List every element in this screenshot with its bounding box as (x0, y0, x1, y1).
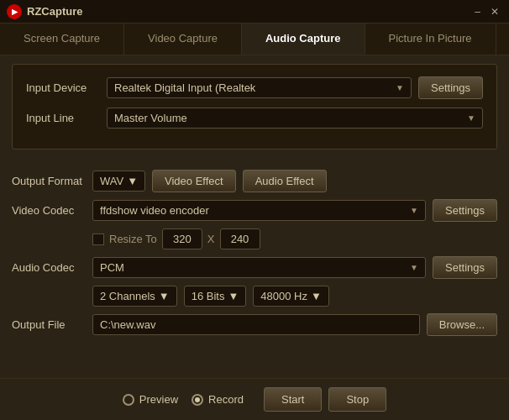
video-codec-select[interactable]: ffdshow video encoder ▼ (92, 200, 426, 221)
input-line-row: Input Line Master Volume ▼ (26, 108, 483, 129)
hz-arrow-icon: ▼ (311, 290, 322, 302)
minimize-button[interactable]: – (471, 6, 484, 18)
preview-radio-label: Preview (139, 393, 178, 406)
video-codec-row: Video Codec ffdshow video encoder ▼ Sett… (12, 199, 497, 222)
bits-select[interactable]: 16 Bits ▼ (184, 286, 247, 307)
app-title: RZCapture (27, 5, 82, 18)
bottom-bar: Preview Record Start Stop (0, 378, 509, 420)
video-codec-settings-button[interactable]: Settings (433, 199, 497, 222)
preview-radio[interactable]: Preview (123, 393, 178, 406)
channels-arrow-icon: ▼ (159, 290, 170, 302)
output-file-label: Output File (12, 318, 86, 331)
output-format-arrow-icon: ▼ (127, 175, 138, 187)
input-device-settings-button[interactable]: Settings (418, 76, 483, 99)
output-format-label: Output Format (12, 175, 86, 187)
browse-button[interactable]: Browse... (427, 313, 497, 336)
hz-select[interactable]: 48000 Hz ▼ (253, 286, 329, 307)
output-file-input[interactable]: C:\new.wav (92, 314, 420, 335)
resize-width[interactable]: 320 (162, 228, 202, 249)
tab-screen-capture[interactable]: Screen Capture (0, 24, 124, 55)
title-left: ▶ RZCapture (7, 4, 82, 19)
title-bar: ▶ RZCapture – ✕ (0, 0, 509, 24)
audio-codec-arrow-icon: ▼ (410, 263, 418, 272)
action-buttons: Start Stop (264, 387, 386, 412)
close-button[interactable]: ✕ (487, 6, 502, 18)
audio-codec-settings-button[interactable]: Settings (433, 256, 497, 279)
stop-button[interactable]: Stop (328, 387, 386, 412)
input-device-select[interactable]: Realtek Digital Input (Realtek ▼ (107, 77, 412, 98)
resize-height[interactable]: 240 (220, 228, 260, 249)
resize-label: Resize To (109, 233, 157, 245)
record-radio-inner (195, 397, 200, 402)
video-codec-label: Video Codec (12, 204, 86, 217)
bits-arrow-icon: ▼ (228, 290, 239, 302)
channels-select[interactable]: 2 Channels ▼ (92, 286, 177, 307)
output-format-select[interactable]: WAV ▼ (92, 171, 145, 192)
record-radio[interactable]: Record (192, 393, 244, 406)
audio-codec-label: Audio Codec (12, 261, 86, 274)
tab-picture-in-picture[interactable]: Picture In Picture (365, 24, 496, 55)
radio-group: Preview Record (123, 393, 244, 406)
audio-codec-row: Audio Codec PCM ▼ Settings (12, 256, 497, 279)
input-line-arrow-icon: ▼ (467, 113, 475, 123)
input-device-row: Input Device Realtek Digital Input (Real… (26, 76, 483, 99)
audio-sub-row: 2 Channels ▼ 16 Bits ▼ 48000 Hz ▼ (92, 286, 497, 307)
resize-row: Resize To 320 X 240 (92, 228, 497, 249)
record-radio-outer (192, 394, 203, 406)
input-line-select[interactable]: Master Volume ▼ (107, 108, 483, 129)
output-section: Output Format WAV ▼ Video Effect Audio E… (0, 166, 509, 336)
start-button[interactable]: Start (264, 387, 322, 412)
resize-checkbox[interactable] (92, 234, 104, 245)
record-radio-label: Record (208, 393, 244, 406)
tab-bar: Screen Capture Video Capture Audio Captu… (0, 24, 509, 55)
preview-radio-outer (123, 394, 134, 406)
tab-audio-capture[interactable]: Audio Capture (242, 24, 365, 55)
title-controls: – ✕ (471, 6, 502, 18)
video-effect-button[interactable]: Video Effect (152, 170, 236, 192)
output-format-row: Output Format WAV ▼ Video Effect Audio E… (12, 170, 497, 192)
video-codec-arrow-icon: ▼ (410, 206, 418, 215)
audio-input-panel: Input Device Realtek Digital Input (Real… (12, 64, 497, 150)
resize-x-separator: X (207, 233, 215, 245)
app-icon: ▶ (7, 4, 22, 19)
output-file-row: Output File C:\new.wav Browse... (12, 313, 497, 336)
audio-codec-select[interactable]: PCM ▼ (92, 257, 426, 278)
input-device-arrow-icon: ▼ (396, 83, 404, 92)
audio-effect-button[interactable]: Audio Effect (243, 170, 327, 192)
input-line-label: Input Line (26, 112, 100, 124)
tab-video-capture[interactable]: Video Capture (124, 24, 242, 55)
main-content: Input Device Realtek Digital Input (Real… (0, 55, 509, 166)
input-device-label: Input Device (26, 81, 100, 94)
